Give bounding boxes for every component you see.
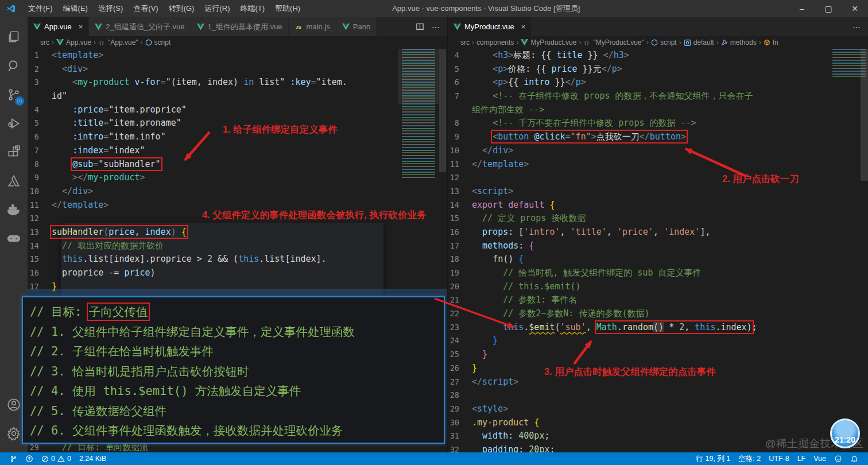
status-bar: 0 0 2.24 KiB 行 19, 列 1 空格: 2 UTF-8 LF Vu…	[0, 452, 868, 465]
explorer-icon[interactable]	[0, 23, 28, 52]
maximize-button[interactable]: ▢	[815, 0, 842, 17]
tab-MyProduct.vue[interactable]: MyProduct.vue×	[448, 17, 532, 36]
code-line: 4 <h3>标题: {{ title }} </h3>	[448, 49, 868, 63]
close-tab-icon[interactable]: ×	[79, 22, 83, 31]
editor-group-right: MyProduct.vue× ⋯ src›components›MyProduc…	[447, 17, 868, 452]
code-line: 1<template>	[28, 49, 447, 63]
indent-setting[interactable]: 空格: 2	[734, 452, 765, 465]
menu-g[interactable]: 转到(G)	[164, 0, 200, 17]
game-runner-icon[interactable]	[0, 224, 28, 253]
breadcrumb-separator: ›	[471, 38, 475, 46]
more-actions-icon[interactable]: ⋯	[850, 20, 863, 34]
js-icon: JS	[294, 22, 303, 31]
code-line: 17 methods: {	[448, 239, 868, 253]
breadcrumb-item[interactable]: default	[684, 38, 714, 46]
encoding[interactable]: UTF-8	[765, 452, 793, 465]
breadcrumb-separator: ›	[716, 38, 719, 46]
extensions-icon[interactable]	[0, 138, 28, 166]
run-debug-icon[interactable]	[0, 109, 28, 138]
breadcrumb-item[interactable]: src	[40, 38, 49, 46]
language-mode[interactable]: Vue	[809, 452, 830, 465]
cursor-position[interactable]: 行 19, 列 1	[692, 452, 735, 465]
note-line: // 4. 使用 this.$emit() 方法触发自定义事件	[30, 381, 437, 401]
breadcrumb-item[interactable]: {}"MyProduct.vue"	[583, 38, 644, 46]
code-line: 15 // 定义 props 接收数据	[448, 212, 868, 226]
code-line: 22 // 参数2~参数N: 传递的参数(数据)	[448, 307, 868, 321]
code-line: 2 <div>	[28, 63, 447, 76]
video-time-badge: 21:20	[830, 418, 860, 448]
notes-overlay-box: // 目标: 子向父传值// 1. 父组件中给子组件绑定自定义事件，定义事件处理…	[22, 296, 445, 444]
breadcrumb-item[interactable]: MyProduct.vue	[521, 38, 576, 46]
menu-e[interactable]: 编辑(E)	[58, 0, 93, 17]
code-line: 28	[448, 389, 868, 402]
code-line: 10 </div>	[28, 185, 447, 199]
breadcrumb-item[interactable]: script	[145, 38, 171, 46]
menu-h[interactable]: 帮助(H)	[270, 0, 305, 17]
tab-Pann[interactable]: Pann	[336, 17, 377, 36]
code-line: 16 proprice -= price)	[28, 266, 447, 280]
vue-icon	[342, 24, 350, 30]
source-control-icon[interactable]	[0, 80, 28, 109]
git-branch-icon[interactable]	[6, 452, 21, 465]
code-line: 19 // 恰当时机, 触发父组件绑定的 sub 自定义事件	[448, 266, 868, 280]
menu-s[interactable]: 选择(S)	[93, 0, 128, 17]
note-line: // 2. 子组件在恰当时机触发事件	[30, 342, 437, 362]
breadcrumb-separator: ›	[516, 38, 519, 46]
breadcrumb-item[interactable]: {}"App.vue"	[98, 38, 138, 46]
menu-r[interactable]: 运行(R)	[199, 0, 235, 17]
minimize-button[interactable]: –	[789, 0, 815, 17]
tab-main.js[interactable]: JSmain.js	[289, 17, 336, 36]
red-highlight-box: @sub="subHandler"	[72, 159, 161, 169]
code-line: 3 <my-product v-for="(item, index) in li…	[28, 76, 447, 90]
window-title: App.vue - vue-components - Visual Studio…	[392, 3, 580, 14]
breadcrumb-separator: ›	[93, 38, 96, 46]
red-highlight-box: 子向父传值	[89, 305, 148, 319]
tab-2_组建通信_父向子.vue[interactable]: 2_组建通信_父向子.vue	[89, 17, 191, 36]
code-line: 7 <!-- 在子组件中修改 props 的数据，不会通知父组件，只会在子	[448, 90, 868, 103]
code-line: 11</template>	[448, 158, 868, 172]
wrench-icon	[721, 39, 728, 46]
menu-t[interactable]: 终端(T)	[235, 0, 270, 17]
close-button[interactable]: ✕	[842, 0, 868, 17]
breadcrumb-item[interactable]: components	[476, 38, 514, 46]
publish-icon[interactable]	[21, 452, 37, 465]
menu-bar: 文件(F)编辑(E)选择(S)查看(V)转到(G)运行(R)终端(T)帮助(H)	[23, 0, 305, 17]
code-line: 4 :price="item.proprice"	[28, 103, 447, 117]
azure-icon[interactable]	[0, 166, 28, 195]
more-actions-icon[interactable]: ⋯	[429, 20, 443, 34]
editor-right[interactable]: 4 <h3>标题: {{ title }} </h3>5 <p>价格: {{ p…	[448, 49, 868, 452]
note-line: // 3. 恰当时机是指用户点击砍价按钮时	[30, 362, 437, 382]
notifications-bell-icon[interactable]	[846, 452, 862, 465]
vue-icon	[33, 24, 41, 30]
search-icon[interactable]	[0, 52, 28, 80]
braces-icon: {}	[583, 39, 591, 46]
code-line: 15 this.list[index].proprice > 2 && (thi…	[28, 253, 447, 266]
docker-icon[interactable]	[0, 195, 28, 224]
breadcrumb-right: src›components›MyProduct.vue›{}"MyProduc…	[448, 36, 868, 49]
breadcrumb-item[interactable]: script	[651, 38, 677, 46]
breadcrumb-item[interactable]: src	[460, 38, 470, 46]
close-tab-icon[interactable]: ×	[521, 22, 526, 31]
note-line: // 5. 传递数据给父组件	[30, 401, 437, 421]
window-controls: – ▢ ✕	[789, 0, 868, 17]
annotation-2: 2. 用户点击砍一刀	[722, 173, 799, 185]
breadcrumb-item[interactable]: App.vue	[56, 38, 91, 46]
code-line: 8 <!-- 千万不要在子组件中修改 props 的数据 -->	[448, 117, 868, 130]
code-line: 29<style>	[448, 402, 868, 416]
feedback-icon[interactable]	[830, 452, 846, 465]
code-line: 9 ></my-product>	[28, 171, 447, 185]
tab-App.vue[interactable]: App.vue×	[28, 17, 89, 36]
eol-setting[interactable]: LF	[793, 452, 810, 465]
note-line: // 目标: 子向父传值	[30, 302, 437, 322]
vue-icon	[454, 24, 461, 30]
breadcrumb-separator: ›	[679, 38, 682, 46]
breadcrumb-item[interactable]: fn	[764, 38, 778, 46]
tab-actions-left: ⋯	[413, 17, 447, 36]
problems-indicator[interactable]: 0 0	[37, 452, 75, 465]
split-editor-icon[interactable]	[413, 20, 427, 34]
tab-1_组件的基本使用.vue[interactable]: 1_组件的基本使用.vue	[191, 17, 289, 36]
menu-f[interactable]: 文件(F)	[23, 0, 58, 17]
status-bar-right: 行 19, 列 1 空格: 2 UTF-8 LF Vue	[692, 452, 862, 465]
breadcrumb-item[interactable]: methods	[721, 38, 757, 46]
menu-v[interactable]: 查看(V)	[128, 0, 163, 17]
